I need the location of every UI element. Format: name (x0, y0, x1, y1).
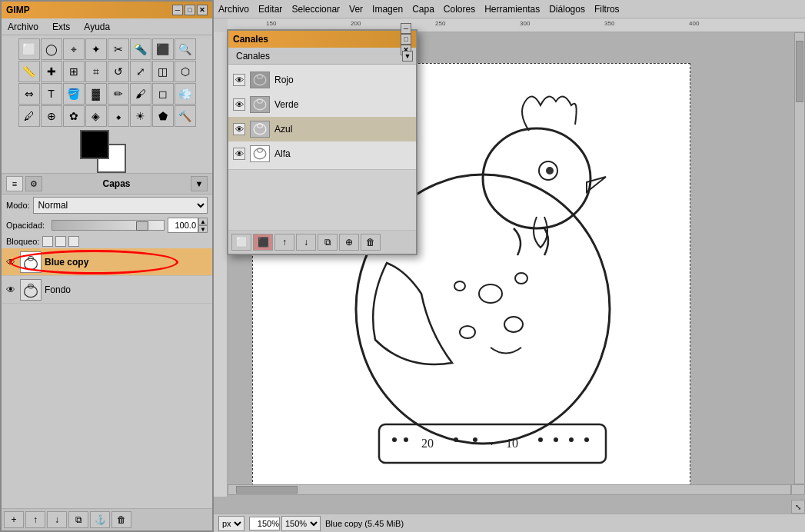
tool-zoom[interactable]: 🔍 (175, 38, 196, 60)
mode-select[interactable]: Normal (33, 197, 208, 214)
channel-azul[interactable]: 👁 Azul (228, 117, 416, 141)
opacity-up[interactable]: ▲ (198, 218, 208, 225)
channel-selection-to-btn[interactable]: ⬛ (253, 234, 273, 251)
close-button[interactable]: ✕ (197, 5, 208, 15)
layer-eye-fondo[interactable]: 👁 (5, 284, 17, 296)
menu-editar[interactable]: Editar (258, 4, 282, 15)
tool-ink[interactable]: 🖊 (18, 105, 40, 127)
channel-to-selection-btn[interactable]: ⬜ (231, 234, 251, 251)
tool-rect-select[interactable]: ⬜ (18, 38, 40, 60)
canales-panel-menu[interactable]: ▼ (402, 51, 413, 62)
channel-verde[interactable]: 👁 Verde (228, 92, 416, 117)
lock-pixels-check[interactable] (42, 236, 53, 247)
horizontal-scrollbar[interactable] (228, 484, 791, 495)
opacity-slider[interactable] (52, 220, 165, 231)
tool-rotate[interactable]: ↺ (108, 61, 129, 82)
tab-layers[interactable]: ≡ (6, 176, 23, 191)
tool-crop[interactable]: ⌗ (85, 61, 107, 82)
tool-clone[interactable]: ⊕ (41, 105, 62, 127)
tool-path[interactable]: ⬟ (152, 105, 174, 127)
channel-eye-verde[interactable]: 👁 (233, 98, 245, 111)
zoom-input[interactable]: 150% (249, 517, 280, 530)
tool-color-picker[interactable]: ⬛ (152, 38, 174, 60)
svg-point-30 (254, 124, 266, 135)
tool-text[interactable]: T (41, 83, 62, 105)
menu-dialogos[interactable]: Diálogos (549, 4, 585, 15)
menu-filtros[interactable]: Filtros (594, 4, 620, 15)
channel-delete-btn[interactable]: 🗑 (361, 234, 381, 251)
menu-ayuda[interactable]: Ayuda (81, 20, 113, 34)
lock-alpha-check[interactable] (68, 236, 79, 247)
menu-archivo[interactable]: Archivo (5, 20, 42, 34)
vertical-scrollbar[interactable] (794, 32, 805, 484)
tool-airbrush[interactable]: 💨 (175, 83, 196, 105)
expand-button[interactable]: ⤡ (791, 500, 805, 514)
tool-shear[interactable]: ◫ (152, 61, 174, 82)
panel-menu-btn[interactable]: ▼ (191, 176, 208, 191)
opacity-spinbox[interactable]: ▲ ▼ (198, 218, 208, 233)
layer-item-blue-copy[interactable]: 👁 Blue copy (2, 248, 212, 276)
canales-minimize[interactable]: ─ (401, 23, 411, 34)
channel-thumb-verde (250, 96, 270, 113)
lock-label: Bloqueo: (6, 237, 39, 246)
tool-fuzzy-select[interactable]: ✦ (85, 38, 107, 60)
tool-perspective[interactable]: ⬡ (175, 61, 196, 82)
menu-ver[interactable]: Ver (349, 4, 363, 15)
menu-colores[interactable]: Colores (444, 4, 475, 15)
tool-pencil[interactable]: ✏ (108, 83, 129, 105)
layer-eye-blue-copy[interactable]: 👁 (5, 256, 17, 268)
menu-archivo-main[interactable]: Archivo (218, 4, 249, 15)
scrollbar-h-thumb[interactable] (236, 486, 298, 494)
tool-heal[interactable]: ✿ (63, 105, 85, 127)
new-layer-btn[interactable]: + (4, 511, 24, 528)
lower-layer-btn[interactable]: ↓ (47, 511, 67, 528)
tool-move[interactable]: ✚ (41, 61, 62, 82)
scrollbar-v-thumb[interactable] (796, 41, 803, 102)
tool-paintbrush[interactable]: 🖌 (130, 83, 151, 105)
tool-ellipse-select[interactable]: ◯ (41, 38, 62, 60)
tool-free-select[interactable]: ⌖ (63, 38, 85, 60)
menu-herramientas[interactable]: Herramientas (484, 4, 540, 15)
menu-exts[interactable]: Exts (49, 20, 73, 34)
layer-item-fondo[interactable]: 👁 Fondo (2, 276, 212, 304)
foreground-color[interactable] (80, 130, 109, 159)
channel-eye-alfa[interactable]: 👁 (233, 148, 245, 160)
lock-position-check[interactable] (55, 236, 66, 247)
tool-blend[interactable]: ▓ (85, 83, 107, 105)
menu-seleccionar[interactable]: Seleccionar (291, 4, 340, 15)
anchor-layer-btn[interactable]: ⚓ (90, 511, 110, 528)
zoom-select[interactable]: 150% (281, 516, 321, 531)
channel-eye-rojo[interactable]: 👁 (233, 74, 245, 86)
tool-smudge[interactable]: ⬥ (108, 105, 129, 127)
opacity-down[interactable]: ▼ (198, 225, 208, 233)
menu-imagen[interactable]: Imagen (372, 4, 403, 15)
tool-align[interactable]: ⊞ (63, 61, 85, 82)
minimize-button[interactable]: ─ (172, 5, 183, 15)
duplicate-layer-btn[interactable]: ⧉ (68, 511, 88, 528)
channel-alfa[interactable]: 👁 Alfa (228, 141, 416, 166)
canales-maximize[interactable]: □ (401, 34, 411, 45)
tool-bucket-fill[interactable]: 🪣 (63, 83, 85, 105)
channel-eye-azul[interactable]: 👁 (233, 123, 245, 135)
tool-flip[interactable]: ⇔ (18, 83, 40, 105)
channel-name-azul: Azul (274, 124, 292, 135)
menu-capa[interactable]: Capa (412, 4, 434, 15)
tool-scissors[interactable]: ✂ (108, 38, 129, 60)
channel-down-btn[interactable]: ↓ (296, 234, 316, 251)
delete-layer-btn[interactable]: 🗑 (111, 511, 131, 528)
channel-up-btn[interactable]: ↑ (274, 234, 294, 251)
tool-convolve[interactable]: ◈ (85, 105, 107, 127)
tool-foreground-select[interactable]: 🔦 (130, 38, 151, 60)
channel-rojo[interactable]: 👁 Rojo (228, 68, 416, 92)
tool-scale[interactable]: ⤢ (130, 61, 151, 82)
tool-paint[interactable]: 🔨 (175, 105, 196, 127)
tool-eraser[interactable]: ◻ (152, 83, 174, 105)
channel-duplicate-btn[interactable]: ⧉ (318, 234, 338, 251)
tool-measure[interactable]: 📏 (18, 61, 40, 82)
tool-dodge-burn[interactable]: ☀ (130, 105, 151, 127)
maximize-button[interactable]: □ (185, 5, 195, 15)
unit-select[interactable]: px (218, 516, 244, 531)
raise-layer-btn[interactable]: ↑ (25, 511, 45, 528)
tab-channels[interactable]: ⚙ (25, 176, 42, 191)
channel-new-btn[interactable]: ⊕ (339, 234, 359, 251)
